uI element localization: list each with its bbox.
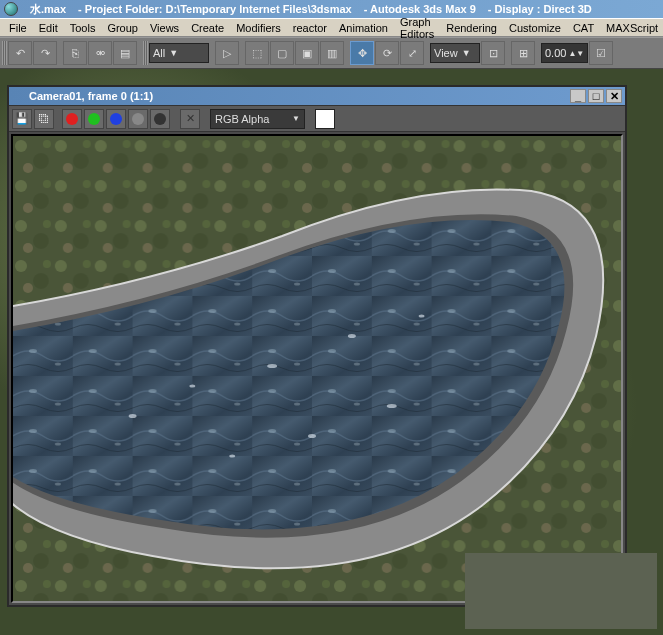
rotate-icon: ⟳ [383,47,392,60]
scale-button[interactable]: ⤢ [400,41,424,65]
title-display: - Display : Direct 3D [488,3,592,15]
x-icon: ✕ [186,112,195,125]
menu-edit[interactable]: Edit [33,20,64,36]
mono-channel-button[interactable] [150,109,170,129]
svg-point-15 [229,455,235,458]
grey-dot-icon [132,113,144,125]
clear-button[interactable]: ✕ [180,109,200,129]
app-title-bar: 水.max - Project Folder: D:\Temporary Int… [0,0,663,18]
menu-tools[interactable]: Tools [64,20,102,36]
selection-filter-value: All [153,47,165,59]
toolbar-grip-2[interactable] [143,41,148,65]
rotate-button[interactable]: ⟳ [375,41,399,65]
menu-create[interactable]: Create [185,20,230,36]
title-filename: 水.max [30,2,66,17]
snap-toggle-button[interactable]: ⊞ [511,41,535,65]
selection-lock-button[interactable]: ☑ [589,41,613,65]
close-button[interactable]: ✕ [606,89,622,103]
rectangular-select-button[interactable]: ▢ [270,41,294,65]
move-icon: ✥ [358,47,367,60]
menu-animation[interactable]: Animation [333,20,394,36]
menu-maxscript[interactable]: MAXScript [600,20,663,36]
fence-icon: ▥ [327,47,337,60]
svg-point-11 [267,364,277,368]
coord-value: 0.00 [545,47,566,59]
menu-file[interactable]: File [3,20,33,36]
alpha-channel-button[interactable] [128,109,148,129]
menu-views[interactable]: Views [144,20,185,36]
redo-button[interactable]: ↷ [33,41,57,65]
link-icon: ⎘ [72,47,79,59]
menu-group[interactable]: Group [101,20,144,36]
frame-window-title: Camera01, frame 0 (1:1) [29,90,153,102]
toolbar-grip[interactable] [2,41,7,65]
link-button[interactable]: ⎘ [63,41,87,65]
chevron-down-icon: ▼ [292,114,300,123]
check-icon: ☑ [596,47,606,60]
menu-reactor[interactable]: reactor [287,20,333,36]
bind-space-warp-button[interactable]: ▤ [113,41,137,65]
color-swatch[interactable] [315,109,335,129]
area-icon: ⬚ [252,47,262,60]
chevron-down-icon: ▼ [462,48,471,58]
rendered-image-viewport[interactable] [11,134,623,603]
spinner-icon: ▲▼ [568,49,584,58]
window-crossing-button[interactable]: ▣ [295,41,319,65]
red-dot-icon [66,113,78,125]
svg-point-9 [129,414,137,418]
save-icon: 💾 [15,112,29,125]
menu-rendering[interactable]: Rendering [440,20,503,36]
svg-point-16 [387,404,397,408]
frame-window-titlebar[interactable]: Camera01, frame 0 (1:1) _ □ ✕ [9,87,625,106]
minimize-button[interactable]: _ [570,89,586,103]
undo-button[interactable]: ↶ [8,41,32,65]
chevron-down-icon: ▼ [169,48,178,58]
reference-coord-dropdown[interactable]: View ▼ [430,43,480,63]
pivot-icon: ⊡ [489,47,498,60]
menu-modifiers[interactable]: Modifiers [230,20,287,36]
select-by-name-button[interactable]: ⬚ [245,41,269,65]
fence-select-button[interactable]: ▥ [320,41,344,65]
window-icon: ▢ [277,47,287,60]
main-toolbar: ↶ ↷ ⎘ ⚮ ▤ All ▼ ▷ ⬚ ▢ ▣ ▥ ✥ ⟳ ⤢ View ▼ ⊡… [0,37,663,69]
green-dot-icon [88,113,100,125]
coord-display[interactable]: 0.00▲▼ [541,43,588,63]
undo-icon: ↶ [16,47,25,60]
watermark-overlay [465,553,657,629]
svg-point-14 [308,434,316,438]
rendered-frame-window: Camera01, frame 0 (1:1) _ □ ✕ 💾 ⿻ ✕ RGB … [7,85,627,607]
title-project: - Project Folder: D:\Temporary Internet … [78,3,352,15]
channel-display-dropdown[interactable]: RGB Alpha ▼ [210,109,305,129]
reference-coord-value: View [434,47,458,59]
redo-icon: ↷ [41,47,50,60]
save-image-button[interactable]: 💾 [12,109,32,129]
menu-grapheditors[interactable]: Graph Editors [394,14,440,42]
close-icon: ✕ [610,90,619,103]
frame-window-icon [12,90,25,103]
svg-point-12 [348,334,356,338]
move-button[interactable]: ✥ [350,41,374,65]
maximize-button[interactable]: □ [588,89,604,103]
rendered-image [13,136,621,601]
mono-dot-icon [154,113,166,125]
crossing-icon: ▣ [302,47,312,60]
menu-bar: File Edit Tools Group Views Create Modif… [0,18,663,37]
blue-dot-icon [110,113,122,125]
unlink-button[interactable]: ⚮ [88,41,112,65]
bind-icon: ▤ [120,47,130,60]
menu-cat[interactable]: CAT [567,20,600,36]
blue-channel-button[interactable] [106,109,126,129]
unlink-icon: ⚮ [96,47,105,60]
svg-point-10 [189,385,195,388]
menu-customize[interactable]: Customize [503,20,567,36]
clone-button[interactable]: ⿻ [34,109,54,129]
use-pivot-point-button[interactable]: ⊡ [481,41,505,65]
green-channel-button[interactable] [84,109,104,129]
select-object-button[interactable]: ▷ [215,41,239,65]
pointer-icon: ▷ [223,47,231,60]
minimize-icon: _ [575,90,581,102]
svg-point-13 [419,315,425,318]
red-channel-button[interactable] [62,109,82,129]
maximize-icon: □ [593,90,600,102]
selection-filter-dropdown[interactable]: All ▼ [149,43,209,63]
